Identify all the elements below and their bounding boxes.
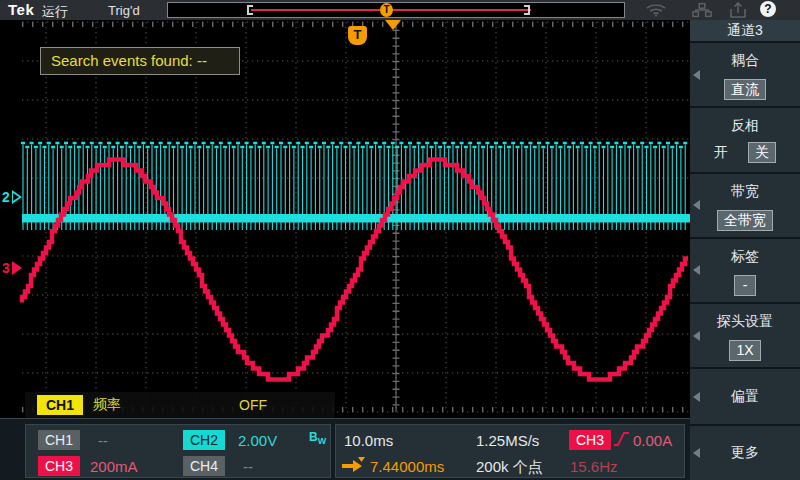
- record-length: 200k 个点: [476, 458, 543, 477]
- ch4-scale: --: [243, 458, 253, 475]
- trigger-slope-icon: [613, 430, 630, 452]
- menu-item-more[interactable]: 更多: [690, 426, 800, 480]
- ch1-badge[interactable]: CH1: [38, 430, 80, 450]
- label-label: 标签: [731, 248, 759, 266]
- ch2-position-marker[interactable]: 2: [2, 189, 22, 205]
- wifi-icon: [645, 2, 667, 18]
- side-menu-title: 通道3: [690, 20, 800, 41]
- bandwidth-value-button[interactable]: 全带宽: [717, 210, 773, 231]
- minimap-trigger-icon[interactable]: T: [380, 3, 393, 17]
- ch2-bandwidth-limit-icon: BW: [309, 430, 326, 446]
- menu-item-offset[interactable]: 偏置: [690, 369, 800, 423]
- ch3-position-marker[interactable]: 3: [2, 260, 22, 276]
- menu-item-bandwidth[interactable]: 带宽 全带宽: [690, 174, 800, 237]
- invert-off-option[interactable]: 关: [748, 142, 776, 163]
- offset-label: 偏置: [731, 388, 759, 406]
- chevron-left-icon: [693, 448, 700, 458]
- ch3-marker-label: 3: [2, 260, 10, 276]
- coupling-label: 耦合: [731, 52, 759, 70]
- chevron-left-icon: [693, 392, 700, 402]
- trigger-status: Trig'd: [108, 3, 140, 18]
- chevron-left-icon: [693, 265, 700, 275]
- measurement-value: OFF: [239, 397, 267, 413]
- menu-item-coupling[interactable]: 耦合 直流: [690, 43, 800, 106]
- tek-logo: Tek: [8, 1, 34, 18]
- record-view-minimap[interactable]: T: [167, 2, 625, 18]
- trigger-frequency: 15.6Hz: [570, 458, 618, 475]
- ch1-scale: --: [98, 432, 108, 449]
- bandwidth-label: 带宽: [731, 183, 759, 201]
- ch3-marker-arrow-icon: [12, 261, 22, 275]
- minimap-left-bracket[interactable]: [247, 5, 253, 15]
- status-bar: CH1 -- CH2 2.00V BW CH3 200mA CH4 -- 10.…: [0, 418, 690, 480]
- measurement-channel-badge: CH1: [37, 395, 83, 415]
- horizontal-delay: 7.44000ms: [370, 458, 444, 475]
- measurement-name: 频率: [93, 396, 121, 414]
- help-icon[interactable]: ?: [760, 1, 776, 17]
- label-value-button[interactable]: -: [734, 275, 756, 296]
- ch2-marker-label: 2: [2, 189, 10, 205]
- trigger-source-badge[interactable]: CH3: [569, 430, 611, 450]
- time-scale: 10.0ms: [344, 432, 393, 449]
- invert-label: 反相: [731, 117, 759, 135]
- probe-setup-label: 探头设置: [717, 313, 773, 331]
- top-bar: Tek 运行 Trig'd T ?: [0, 0, 800, 20]
- trigger-level: 0.00A: [633, 432, 672, 449]
- menu-item-probe-setup[interactable]: 探头设置 1X: [690, 304, 800, 367]
- chevron-left-icon: [693, 70, 700, 80]
- coupling-value-button[interactable]: 直流: [724, 79, 766, 100]
- export-icon[interactable]: [728, 2, 748, 18]
- ch3-badge[interactable]: CH3: [38, 456, 80, 476]
- chevron-left-icon: [693, 200, 700, 210]
- horizontal-delay-icon: [340, 456, 366, 478]
- ch2-badge[interactable]: CH2: [183, 430, 225, 450]
- search-events-overlay: Search events found: --: [40, 47, 240, 75]
- expansion-point-marker[interactable]: [385, 20, 401, 30]
- ch2-scale: 2.00V: [238, 432, 277, 449]
- network-nodes-icon[interactable]: [692, 2, 712, 18]
- channel-readouts-block: CH1 -- CH2 2.00V BW CH3 200mA CH4 --: [25, 424, 331, 478]
- ch2-marker-arrow-icon: [12, 190, 22, 204]
- trigger-position-badge[interactable]: T: [348, 26, 367, 45]
- acquisition-state: 运行: [42, 3, 68, 21]
- ch4-badge[interactable]: CH4: [183, 456, 225, 476]
- graticule: [0, 20, 700, 420]
- invert-on-option[interactable]: 开: [714, 144, 728, 162]
- menu-item-invert[interactable]: 反相 开 关: [690, 108, 800, 171]
- minimap-right-bracket[interactable]: [524, 5, 530, 15]
- sample-rate: 1.25MS/s: [476, 432, 539, 449]
- side-menu: 通道3 耦合 直流 反相 开 关 带宽 全带宽 标签 - 探头设置 1X 偏置 …: [690, 20, 800, 480]
- more-label: 更多: [731, 444, 759, 462]
- ch3-scale: 200mA: [90, 458, 138, 475]
- horizontal-trigger-block: 10.0ms 1.25MS/s CH3 0.00A 7.44000ms 200k…: [335, 424, 685, 478]
- chevron-left-icon: [693, 331, 700, 341]
- menu-item-label[interactable]: 标签 -: [690, 239, 800, 302]
- measurement-bar[interactable]: CH1 频率 OFF: [25, 392, 335, 418]
- probe-setup-value-button[interactable]: 1X: [729, 340, 760, 361]
